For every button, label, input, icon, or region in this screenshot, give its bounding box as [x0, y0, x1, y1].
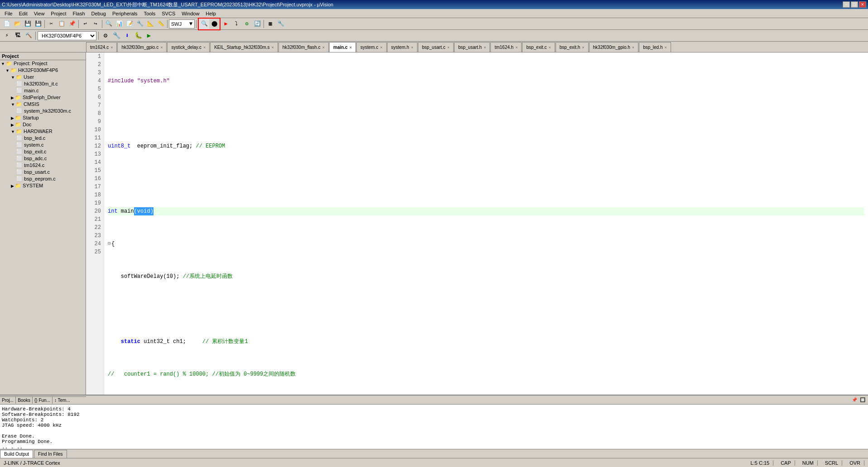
new-file-button[interactable]: 📄	[2, 19, 12, 29]
status-ovr: OVR	[846, 460, 864, 466]
tree-bsp-usart[interactable]: ⬜ bsp_usart.c	[0, 169, 86, 176]
menu-project[interactable]: Project	[48, 10, 69, 17]
target-build-button[interactable]: 🔧	[111, 31, 121, 41]
code-line-4	[108, 175, 864, 183]
copy-button[interactable]: 📋	[57, 19, 67, 29]
menu-file[interactable]: File	[2, 10, 15, 17]
target-dropdown[interactable]: HK32F030MF4P6	[38, 31, 96, 40]
tree-hardwaer[interactable]: ▼📁 HARDWAER	[0, 128, 86, 135]
tb-btn2[interactable]: 📊	[114, 19, 124, 29]
tree-doc[interactable]: ▶📁 Doc	[0, 121, 86, 128]
tree-tm1624[interactable]: ⬜ tm1624.c	[0, 162, 86, 169]
code-content[interactable]: #include "system.h" uint8_t eeprom_init_…	[104, 52, 868, 395]
tb-btn6[interactable]: 📏	[156, 19, 166, 29]
step-over-button[interactable]: ⚙	[242, 19, 252, 29]
t2-btn3[interactable]: 🔨	[24, 31, 34, 41]
tab-gpio[interactable]: hk32f030m_gpio.c ×	[117, 42, 167, 52]
sep3	[102, 20, 102, 28]
tree-bsp-eeprom[interactable]: ⬜ bsp_eeprom.c	[0, 176, 86, 182]
tb-btn5[interactable]: 📐	[145, 19, 155, 29]
menu-flash[interactable]: Flash	[70, 10, 88, 17]
tab-system-h[interactable]: system.h ×	[387, 42, 417, 52]
menu-edit[interactable]: Edit	[16, 10, 30, 17]
menu-window[interactable]: Window	[179, 10, 202, 17]
tab-gpio-h[interactable]: hk32f030m_gpio.h ×	[589, 42, 639, 52]
cut-button[interactable]: ✂	[46, 19, 56, 29]
target-run-button[interactable]: ▶	[144, 31, 154, 41]
view-btn2[interactable]: 🔧	[276, 19, 286, 29]
start-debug-button[interactable]: 🔍	[199, 19, 209, 29]
tb-btn3[interactable]: 📝	[125, 19, 134, 29]
tree-startup[interactable]: ▶📁 Startup	[0, 114, 86, 121]
tab-bsp-exit-h[interactable]: bsp_exit.h ×	[556, 42, 589, 52]
t2-btn2[interactable]: 🏗	[13, 31, 23, 41]
target-debug-button[interactable]: 🐛	[133, 31, 143, 41]
target-options-button[interactable]: ⚙	[101, 31, 110, 41]
tab-startup[interactable]: KEIL_Startup_hk32f030m.s ×	[210, 42, 278, 52]
code-editor[interactable]: 1 2 3 4 5 6 7 8 9 10 11 12 13 14 15 16 1…	[86, 52, 868, 395]
redo-button[interactable]: ↪	[91, 19, 101, 29]
toolbar-1: 📄 📂 💾 💾 ✂ 📋 📌 ↩ ↪ 🔍 📊 📝 🔧 📐 📏 ▼ 🔍 ⬤ ▶ ⤵ …	[0, 18, 868, 30]
tab-flash[interactable]: hk32f030m_flash.c ×	[278, 42, 329, 52]
maximize-button[interactable]: □	[851, 1, 858, 8]
sep6	[264, 20, 264, 28]
panel-right-controls: 📌 🔲	[851, 397, 866, 402]
t2-btn1[interactable]: ⚡	[2, 31, 12, 41]
tree-bsp-exit[interactable]: ⬜ bsp_exit.c	[0, 148, 86, 155]
tb-btn1[interactable]: 🔍	[104, 19, 114, 29]
swj-input[interactable]	[171, 21, 189, 27]
tab-bsp-usart-h[interactable]: bsp_usart.h ×	[454, 42, 490, 52]
debug-group: 🔍 ⬤	[198, 18, 221, 30]
menu-peripherals[interactable]: Peripherals	[110, 10, 140, 17]
tab-find-in-files[interactable]: Find In Files	[34, 450, 67, 458]
tree-bsp-adc[interactable]: ⬜ bsp_adc.c	[0, 155, 86, 162]
save-button[interactable]: 💾	[23, 19, 33, 29]
undo-button[interactable]: ↩	[80, 19, 90, 29]
tree-stdperiph[interactable]: ▶📁 StdPeriph_Driver	[0, 94, 86, 101]
tree-hk32f030m-it[interactable]: ⬜ hk32f030m_it.c	[0, 81, 86, 87]
menu-tools[interactable]: Tools	[141, 10, 158, 17]
tree-main-c[interactable]: ⬜ main.c	[0, 87, 86, 94]
menu-svcs[interactable]: SVCS	[159, 10, 178, 17]
tab-tm1624-h[interactable]: tm1624.h ×	[490, 42, 522, 52]
save-all-button[interactable]: 💾	[33, 19, 43, 29]
menu-view[interactable]: View	[31, 10, 48, 17]
tab-system-c[interactable]: system.c ×	[356, 42, 387, 52]
paste-button[interactable]: 📌	[67, 19, 77, 29]
line-numbers: 1 2 3 4 5 6 7 8 9 10 11 12 13 14 15 16 1…	[86, 52, 104, 395]
tree-user[interactable]: ▼📁 User	[0, 74, 86, 81]
tab-bsp-led-h[interactable]: bsp_led.h ×	[639, 42, 671, 52]
main-layout: Project ▼📁 Project: Project ▼📁 HK32F030M…	[0, 52, 868, 395]
tab-main[interactable]: main.c ×	[329, 42, 356, 52]
open-button[interactable]: 📂	[12, 19, 22, 29]
tree-system-hk32[interactable]: ⬜ system_hk32f030m.c	[0, 108, 86, 114]
float-button[interactable]: 🔲	[859, 397, 866, 402]
tab-bsp-exit-c[interactable]: bsp_exit.c ×	[522, 42, 555, 52]
pin-button[interactable]: 📌	[851, 397, 858, 402]
reset-button[interactable]: 🔄	[252, 19, 262, 29]
swj-combo: ▼	[169, 19, 195, 29]
menu-bar: File Edit View Project Flash Debug Perip…	[0, 9, 868, 18]
tab-bsp-usart-c[interactable]: bsp_usart.c ×	[418, 42, 454, 52]
tree-hk32[interactable]: ▼📁 HK32F030MF4P6	[0, 67, 86, 74]
tab-tm1624[interactable]: tm1624.c ×	[86, 42, 117, 52]
menu-help[interactable]: Help	[203, 10, 219, 17]
step-button[interactable]: ⤵	[231, 19, 241, 29]
tab-systick[interactable]: systick_delay.c ×	[167, 42, 210, 52]
swj-dropdown-arrow[interactable]: ▼	[189, 21, 192, 27]
tree-bsp-led[interactable]: ⬜ bsp_led.c	[0, 135, 86, 142]
target-flash-button[interactable]: ⬇	[122, 31, 132, 41]
code-line-2	[108, 110, 864, 118]
stop-debug-button[interactable]: ⬤	[209, 19, 219, 29]
tree-cmsis[interactable]: ▼📁 CMSIS	[0, 101, 86, 108]
tb-btn4[interactable]: 🔧	[135, 19, 145, 29]
tree-project[interactable]: ▼📁 Project: Project	[0, 60, 86, 67]
close-button[interactable]: ✕	[859, 1, 866, 8]
minimize-button[interactable]: −	[843, 1, 850, 8]
menu-debug[interactable]: Debug	[89, 10, 109, 17]
tree-system[interactable]: ▶📁 SYSTEM	[0, 182, 86, 189]
run-button[interactable]: ▶	[221, 19, 231, 29]
view-btn1[interactable]: ▦	[265, 19, 275, 29]
tab-build-output[interactable]: Build Output	[0, 450, 33, 458]
tree-system-c[interactable]: ⬜ system.c	[0, 142, 86, 148]
